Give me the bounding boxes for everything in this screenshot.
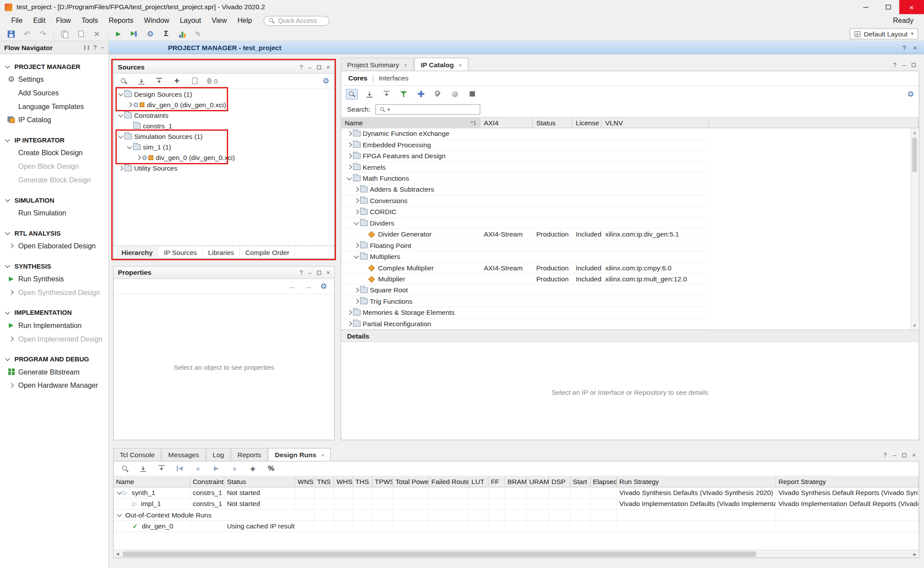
chevron-right-icon[interactable] (9, 290, 13, 295)
bottom-tab-log[interactable]: Log (206, 448, 231, 462)
dock-icon[interactable] (84, 45, 89, 50)
horizontal-scrollbar[interactable]: ◀ ▶ (114, 550, 918, 557)
quick-access-search[interactable]: Quick Access (263, 15, 329, 25)
flow-item-generate-block-design[interactable]: Generate Block Design (0, 173, 108, 187)
float-icon[interactable] (317, 270, 321, 274)
close-icon[interactable]: × (458, 62, 462, 68)
close-icon[interactable]: × (404, 62, 407, 68)
source-tree-item-div-gen-0[interactable]: ⚙div_gen_0 (div_gen_0.xci) (114, 153, 334, 163)
expand-all-button[interactable] (381, 89, 392, 99)
column-header-report-strategy[interactable]: Report Strategy (776, 476, 919, 487)
chevron-right-icon[interactable] (354, 187, 359, 192)
chevron-right-icon[interactable] (354, 210, 359, 214)
source-tree-item-div-gen-0[interactable]: ⚙div_gen_0 (div_gen_0.xci) (114, 99, 334, 110)
chevron-right-icon[interactable] (354, 243, 359, 248)
chevron-down-icon[interactable] (118, 91, 123, 96)
help-icon[interactable]: ? (893, 61, 896, 68)
column-header-failed-routes[interactable]: Failed Routes (429, 476, 469, 487)
scroll-left-button[interactable]: ◀ (114, 550, 121, 557)
column-header-wns[interactable]: WNS (295, 476, 315, 487)
workspace-tab-project-summary[interactable]: Project Summary× (341, 58, 414, 71)
catalog-row-embedded-processing[interactable]: Embedded Processing (341, 139, 709, 150)
flow-item-open-block-design[interactable]: Open Block Design (0, 160, 108, 173)
flow-section-header[interactable]: IMPLEMENTATION (0, 306, 108, 318)
scrollbar-thumb[interactable] (123, 552, 756, 557)
column-header-tns[interactable]: TNS (315, 476, 334, 487)
maximize-button[interactable] (877, 0, 899, 14)
minimize-icon[interactable]: – (893, 451, 896, 459)
scroll-right-button[interactable]: ▶ (911, 550, 919, 558)
chevron-down-icon[interactable] (347, 175, 352, 180)
flow-item-ip-catalog[interactable]: IP Catalog (0, 113, 108, 127)
column-header-start[interactable]: Start (570, 476, 590, 487)
design-run-row-synth-1[interactable]: ▷synth_1constrs_1Not startedVivado Synth… (114, 488, 918, 499)
catalog-row-adders-subtracters[interactable]: Adders & Subtracters (341, 184, 709, 195)
help-icon[interactable]: ? (300, 269, 303, 276)
column-header-tpws[interactable]: TPWS (372, 476, 393, 487)
chevron-down-icon[interactable] (354, 254, 359, 258)
expand-all-button[interactable] (154, 76, 165, 86)
save-button[interactable] (6, 29, 16, 39)
delete-button[interactable]: ✕ (92, 29, 102, 39)
copy-button[interactable] (59, 29, 70, 39)
flow-item-create-block-design[interactable]: Create Block Design (0, 146, 108, 160)
chevron-down-icon[interactable] (127, 144, 132, 149)
chevron-right-icon[interactable] (347, 154, 352, 158)
column-header-status[interactable]: Status (224, 476, 295, 487)
close-icon[interactable]: × (913, 44, 917, 51)
catalog-row-memories-storage-elements[interactable]: Memories & Storage Elements (341, 307, 709, 318)
next-step-button[interactable]: » (229, 463, 240, 474)
column-header-name[interactable]: Name^1 (341, 118, 480, 128)
catalog-row-dividers[interactable]: Dividers (341, 218, 709, 229)
collapse-all-button[interactable] (138, 463, 148, 474)
column-header-lut[interactable]: LUT (469, 476, 488, 487)
add-sources-button[interactable]: + (172, 76, 182, 86)
launch-runs-button[interactable] (211, 463, 221, 474)
menu-edit[interactable]: Edit (28, 14, 51, 27)
ip-status-button[interactable] (450, 89, 460, 99)
sources-settings-button[interactable]: ⚙ (323, 77, 330, 85)
column-header-dsp[interactable]: DSP (549, 476, 570, 487)
subtab-interfaces[interactable]: Interfaces (379, 75, 409, 82)
flow-item-language-templates[interactable]: Language Templates (0, 99, 108, 113)
column-header-constraints[interactable]: Constraints (191, 476, 225, 487)
catalog-row-cordic[interactable]: CORDIC (341, 207, 709, 218)
menu-file[interactable]: File (6, 14, 28, 27)
flow-item-settings[interactable]: ⚙Settings (0, 73, 108, 86)
sources-tab-compile-order[interactable]: Compile Order (240, 246, 295, 258)
sum-button[interactable]: Σ (161, 29, 172, 39)
chevron-down-icon[interactable] (117, 512, 121, 517)
menu-layout[interactable]: Layout (175, 14, 206, 27)
collapse-all-button[interactable] (136, 76, 147, 86)
chevron-right-icon[interactable] (347, 165, 352, 169)
chevron-right-icon[interactable] (347, 142, 352, 147)
sources-tab-hierarchy[interactable]: Hierarchy (116, 246, 159, 258)
flow-section-header[interactable]: RTL ANALYSIS (0, 226, 108, 239)
report-button[interactable] (177, 29, 187, 39)
chevron-down-icon[interactable] (5, 263, 10, 267)
layout-selector[interactable]: Default Layout ▾ (850, 28, 918, 39)
toggle-percentage-button[interactable]: % (266, 463, 276, 474)
chevron-right-icon[interactable] (9, 383, 13, 387)
chevron-down-icon[interactable] (5, 197, 10, 201)
chevron-down-icon[interactable] (5, 63, 10, 68)
close-icon[interactable]: × (912, 451, 916, 459)
chevron-down-icon[interactable] (118, 113, 123, 117)
paste-button[interactable] (75, 29, 86, 39)
help-icon[interactable]: ? (902, 44, 906, 51)
bottom-tab-design-runs[interactable]: Design Runs× (268, 448, 331, 462)
minimize-button[interactable] (854, 0, 877, 14)
minimize-icon[interactable]: – (902, 61, 906, 68)
group-filter-button[interactable] (398, 89, 409, 99)
subtab-cores[interactable]: Cores (348, 75, 368, 82)
chevron-down-icon[interactable] (5, 356, 10, 360)
menu-tools[interactable]: Tools (76, 14, 103, 27)
column-header-vlnv[interactable]: VLNV (601, 118, 709, 128)
source-tree-item-design-sources[interactable]: Design Sources (1) (114, 89, 334, 99)
chevron-right-icon[interactable] (354, 299, 359, 303)
flow-item-add-sources[interactable]: Add Sources (0, 86, 108, 99)
undo-button[interactable]: ↶ (22, 29, 33, 39)
ip-search-input[interactable]: ▾ (375, 104, 480, 115)
menu-view[interactable]: View (206, 14, 232, 27)
chevron-down-icon[interactable] (5, 309, 10, 314)
